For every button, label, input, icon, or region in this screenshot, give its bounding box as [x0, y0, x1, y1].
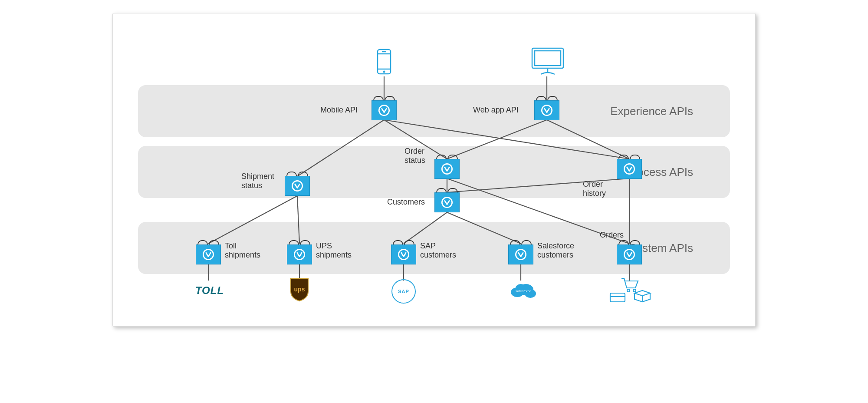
label-order-status: Order status: [404, 147, 425, 165]
label-orders: Orders: [600, 231, 624, 240]
label-salesforce-customers: Salesforce customers: [537, 241, 574, 259]
label-webapp-api: Web app API: [473, 106, 519, 115]
label-customers: Customers: [387, 198, 425, 207]
svg-point-31: [442, 164, 452, 174]
node-order-status: [434, 159, 460, 179]
node-orders: [617, 244, 642, 264]
label-mobile-api: Mobile API: [320, 106, 358, 115]
svg-point-30: [292, 181, 302, 191]
label-sap-customers: SAP customers: [420, 241, 456, 259]
band-experience: Experience APIs: [138, 85, 730, 137]
node-shipment-status: [285, 176, 310, 196]
ups-logo: ups: [289, 277, 310, 302]
svg-text:ups: ups: [294, 286, 305, 293]
svg-point-29: [542, 105, 552, 115]
node-customers: [434, 192, 460, 212]
node-ups-shipments: [287, 244, 312, 264]
salesforce-logo: salesforce: [508, 279, 538, 300]
node-toll-shipments: [196, 244, 221, 264]
label-order-history: Order history: [583, 180, 606, 198]
sap-logo: SAP: [391, 279, 416, 304]
mobile-icon: [375, 48, 393, 77]
svg-point-37: [516, 249, 526, 259]
svg-point-32: [442, 197, 452, 207]
svg-point-35: [294, 249, 304, 259]
svg-point-28: [379, 105, 389, 115]
diagram-card: Experience APIs Process APIs System APIs: [112, 13, 756, 327]
svg-rect-47: [610, 293, 625, 302]
node-webapp-api: [534, 100, 559, 120]
node-order-history: [617, 159, 642, 179]
svg-rect-20: [378, 50, 391, 74]
toll-logo: TOLL: [186, 282, 233, 299]
svg-point-45: [627, 289, 630, 292]
svg-text:salesforce: salesforce: [516, 289, 532, 293]
label-shipment-status: Shipment status: [241, 172, 274, 190]
node-mobile-api: [372, 100, 397, 120]
svg-point-38: [624, 249, 634, 259]
node-salesforce-customers: [508, 244, 533, 264]
label-ups-shipments: UPS shipments: [316, 241, 352, 259]
svg-point-46: [633, 289, 636, 292]
svg-point-34: [203, 249, 213, 259]
svg-point-36: [398, 249, 408, 259]
commerce-icons: [608, 276, 655, 304]
svg-point-33: [624, 164, 634, 174]
desktop-icon: [529, 46, 566, 78]
svg-point-23: [383, 71, 385, 73]
label-toll-shipments: Toll shipments: [225, 241, 260, 259]
node-sap-customers: [391, 244, 416, 264]
band-experience-label: Experience APIs: [610, 104, 693, 119]
svg-rect-26: [535, 51, 561, 66]
